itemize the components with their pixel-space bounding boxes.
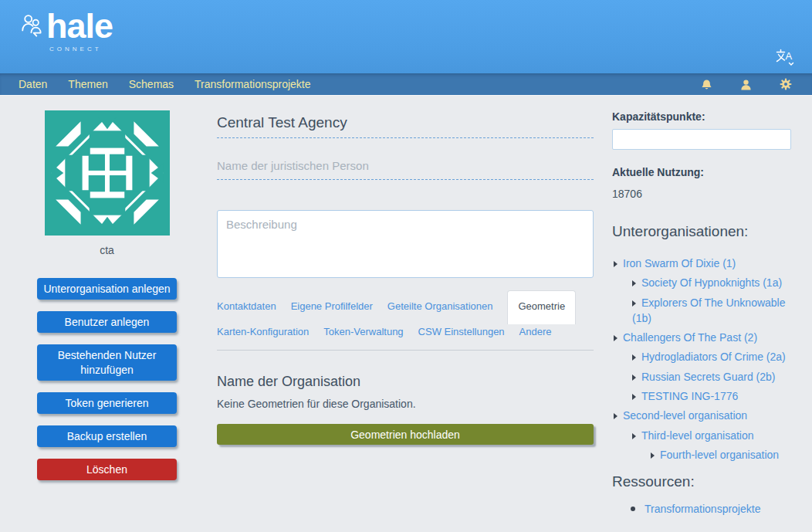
resources-heading: Ressourcen: (612, 473, 791, 490)
suborg-link[interactable]: TESTING ING-1776 (641, 390, 738, 402)
tab[interactable]: Kontaktdaten (217, 300, 276, 312)
geometry-section: Name der Organisation Keine Geometrien f… (217, 374, 594, 445)
suborg-link[interactable]: Hydrogladiators Of Crime (2a) (641, 351, 786, 363)
tab[interactable]: Geometrie (507, 290, 576, 324)
organisation-sidebar: Kapazitätspunkte: Aktuelle Nutzung: 1870… (612, 110, 791, 515)
bell-icon[interactable] (701, 79, 712, 90)
section-heading: Name der Organisation (217, 374, 594, 390)
app-header: hale CONNECT A (0, 0, 812, 73)
action-button[interactable]: Löschen (37, 459, 177, 480)
nav-menu: Daten Themen Schemas Transformationsproj… (0, 73, 812, 95)
organisation-avatar (45, 110, 170, 236)
tree-item: TESTING ING-1776 (612, 388, 791, 404)
usage-label: Aktuelle Nutzung: (612, 166, 791, 178)
tab[interactable]: Geteilte Organisationen (387, 300, 493, 312)
action-button[interactable]: Unterorganisation anlegen (37, 278, 177, 300)
brand-logo[interactable]: hale CONNECT (20, 10, 113, 53)
gear-icon[interactable] (780, 78, 792, 90)
tree-item: Society Of Hypnoknights (1a) (612, 275, 791, 290)
tab[interactable]: CSW Einstellungen (418, 326, 505, 337)
organisation-actions: Unterorganisation anlegen Benutzer anleg… (37, 278, 177, 480)
tree-item: Explorers Of The Unknowable (1b) (612, 295, 791, 327)
nav-item[interactable]: Transformationsprojekte (195, 78, 310, 90)
organisation-name-field[interactable]: Central Test Agency (217, 110, 594, 138)
organisation-short-name: cta (37, 244, 177, 256)
suborganisations-heading: Unterorganisationen: (612, 223, 791, 240)
svg-text:A: A (786, 50, 793, 62)
tab[interactable]: Eigene Profilfelder (291, 300, 373, 312)
capacity-input[interactable] (612, 129, 791, 150)
usage-value: 18706 (612, 188, 791, 200)
people-icon (20, 12, 45, 42)
expand-icon[interactable] (632, 394, 636, 400)
suborg-link[interactable]: Third-level organisation (641, 429, 754, 442)
tree-item: Second-level organisation (612, 408, 791, 423)
expand-icon[interactable] (651, 452, 655, 459)
tree-item: Challengers Of The Past (2) (612, 330, 791, 345)
organisation-detail: Central Test Agency Name der juristische… (217, 110, 594, 445)
upload-geometries-button[interactable]: Geometrien hochladen (217, 424, 594, 445)
suborg-link[interactable]: Society Of Hypnoknights (1a) (641, 276, 782, 289)
tree-item: Hydrogladiators Of Crime (2a) (612, 349, 791, 364)
expand-icon[interactable] (614, 335, 617, 341)
suborg-link[interactable]: Second-level organisation (623, 409, 747, 422)
nav-item[interactable]: Schemas (129, 78, 174, 90)
expand-icon[interactable] (632, 280, 636, 286)
action-button[interactable]: Benutzer anlegen (37, 311, 177, 333)
tab[interactable]: Karten-Konfiguration (217, 326, 309, 337)
brand-name: hale (46, 10, 113, 43)
tree-item: Third-level organisation (612, 428, 791, 443)
legal-name-field[interactable]: Name der juristischen Person (217, 159, 594, 180)
suborg-link[interactable]: Russian Secrets Guard (2b) (641, 371, 776, 383)
resource-link[interactable]: Transformationsprojekte (645, 503, 760, 515)
translate-icon[interactable]: A (775, 48, 797, 69)
suborg-link[interactable]: Fourth-level organisation (660, 449, 779, 461)
action-button[interactable]: Backup erstellen (37, 425, 177, 447)
tab[interactable]: Andere (519, 326, 552, 337)
expand-icon[interactable] (632, 354, 636, 361)
capacity-label: Kapazitätspunkte: (612, 110, 791, 123)
suborg-link[interactable]: Explorers Of The Unknowable (1b) (632, 296, 786, 324)
main-nav: Daten Themen Schemas Transformationsproj… (0, 73, 812, 95)
nav-item[interactable]: Daten (19, 78, 47, 90)
expand-icon[interactable] (614, 413, 617, 419)
nav-icon-group (701, 73, 792, 95)
bullet-icon (631, 507, 635, 511)
resources-list: Transformationsprojekte (612, 503, 791, 515)
nav-item[interactable]: Themen (68, 78, 107, 90)
expand-icon[interactable] (614, 261, 617, 267)
tree-item: Fourth-level organisation (612, 447, 791, 463)
suborganisations-tree: Iron Swarm Of Dixie (1) Society Of Hypno… (612, 256, 791, 463)
empty-geometries-message: Keine Geometrien für diese Organisation. (217, 398, 594, 410)
user-icon[interactable] (740, 79, 752, 90)
tree-item: Iron Swarm Of Dixie (1) (612, 256, 791, 271)
tab-bar: Kontaktdaten Eigene Profilfelder Geteilt… (217, 287, 594, 351)
action-button[interactable]: Token generieren (37, 392, 177, 414)
description-textarea[interactable] (217, 210, 594, 278)
brand-subtitle: CONNECT (49, 46, 113, 53)
expand-icon[interactable] (632, 300, 636, 307)
tree-item: Russian Secrets Guard (2b) (612, 369, 791, 385)
tab[interactable]: Token-Verwaltung (323, 326, 403, 337)
suborg-link[interactable]: Iron Swarm Of Dixie (1) (623, 257, 736, 269)
expand-icon[interactable] (632, 433, 636, 439)
resource-item: Transformationsprojekte (612, 503, 791, 515)
expand-icon[interactable] (632, 374, 636, 381)
action-button[interactable]: Bestehenden Nutzer hinzufügen (37, 344, 177, 380)
suborg-link[interactable]: Challengers Of The Past (2) (623, 331, 757, 344)
organisation-panel: cta Unterorganisation anlegen Benutzer a… (37, 110, 177, 480)
